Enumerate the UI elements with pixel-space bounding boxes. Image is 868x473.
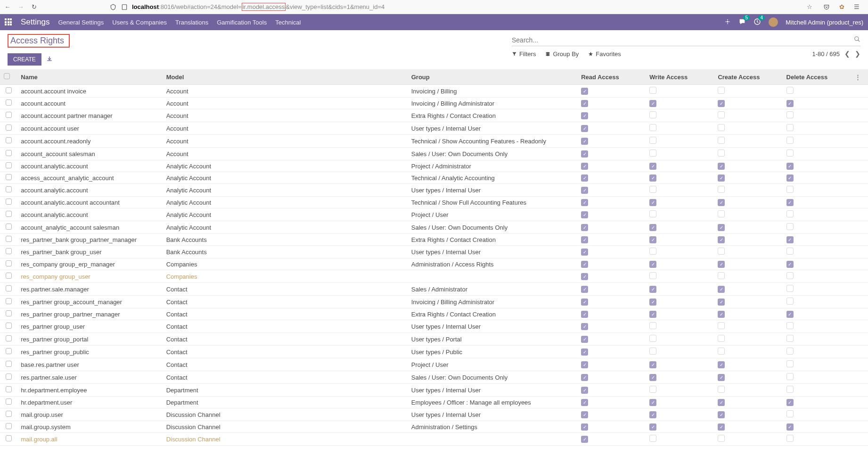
table-row[interactable]: res_partner group_partner_manager Contac… [0,308,868,320]
access-checkbox[interactable] [718,335,725,342]
row-checkbox[interactable] [6,323,12,329]
access-checkbox[interactable] [649,335,656,342]
access-checkbox[interactable]: ✓ [581,423,588,431]
access-checkbox[interactable]: ✓ [718,286,725,293]
access-checkbox[interactable]: ✓ [581,286,588,293]
row-checkbox[interactable] [6,398,12,405]
access-checkbox[interactable] [786,149,794,157]
access-checkbox[interactable] [786,386,794,393]
pocket-icon[interactable] [823,3,830,11]
access-checkbox[interactable]: ✓ [649,299,656,306]
access-checkbox[interactable] [718,87,725,94]
access-checkbox[interactable] [786,248,794,255]
row-checkbox[interactable] [6,186,12,192]
access-checkbox[interactable]: ✓ [718,163,725,170]
access-checkbox[interactable]: ✓ [786,236,794,243]
table-row[interactable]: account.analytic.account Analytic Accoun… [0,160,868,172]
messages-icon[interactable]: 5 [738,18,746,27]
header-name[interactable]: Name [17,69,162,85]
row-checkbox[interactable] [6,285,12,291]
access-checkbox[interactable]: ✓ [649,311,656,318]
access-checkbox[interactable]: ✓ [581,100,588,107]
search-input[interactable] [512,36,854,44]
row-checkbox[interactable] [6,100,12,106]
table-row[interactable]: account.analytic.account Analytic Accoun… [0,184,868,197]
pager-next[interactable]: ❯ [855,50,860,58]
row-checkbox[interactable] [6,386,12,392]
access-checkbox[interactable] [786,272,794,279]
access-checkbox[interactable]: ✓ [649,100,656,107]
access-checkbox[interactable] [649,111,656,118]
back-icon[interactable]: ← [4,3,11,11]
access-checkbox[interactable]: ✓ [581,349,588,356]
access-checkbox[interactable] [718,149,725,157]
user-menu[interactable]: Mitchell Admin (product_res) [786,19,863,26]
table-row[interactable]: mail.group.system Discussion Channel Adm… [0,421,868,433]
access-checkbox[interactable]: ✓ [581,399,588,406]
access-checkbox[interactable] [649,435,656,442]
row-checkbox[interactable] [6,162,12,168]
access-checkbox[interactable]: ✓ [718,236,725,243]
access-checkbox[interactable]: ✓ [581,311,588,318]
table-row[interactable]: account.account user Account User types … [0,122,868,135]
access-checkbox[interactable]: ✓ [581,387,588,394]
url-bar[interactable]: localhost:8016/web#action=24&model=ir.mo… [43,3,800,11]
table-row[interactable]: mail.group.all Discussion Channel ✓ [0,433,868,446]
access-checkbox[interactable] [649,248,656,255]
access-checkbox[interactable] [786,348,794,355]
access-checkbox[interactable]: ✓ [581,224,588,231]
access-checkbox[interactable] [786,137,794,144]
access-checkbox[interactable] [718,248,725,255]
table-row[interactable]: account.account.readonly Account Technic… [0,135,868,148]
debug-icon[interactable] [724,18,731,26]
row-checkbox[interactable] [6,348,12,354]
access-checkbox[interactable]: ✓ [581,211,588,218]
menu-general-settings[interactable]: General Settings [58,19,104,26]
table-row[interactable]: res_company group_user Companies ✓ [0,270,868,283]
pager-prev[interactable]: ❮ [844,50,850,58]
access-checkbox[interactable]: ✓ [581,323,588,330]
access-checkbox[interactable] [786,223,794,230]
access-checkbox[interactable]: ✓ [649,361,656,368]
row-checkbox[interactable] [6,174,12,180]
access-checkbox[interactable]: ✓ [786,174,794,182]
apps-icon[interactable] [5,18,12,26]
access-checkbox[interactable]: ✓ [581,163,588,170]
access-checkbox[interactable] [649,87,656,94]
access-checkbox[interactable] [718,435,725,442]
access-checkbox[interactable]: ✓ [649,399,656,406]
access-checkbox[interactable] [649,348,656,355]
table-row[interactable]: account.analytic.account Analytic Accoun… [0,208,868,221]
shield-icon[interactable] [109,3,117,11]
row-checkbox[interactable] [6,248,12,254]
table-row[interactable]: account_account salesman Account Sales /… [0,148,868,160]
access-checkbox[interactable]: ✓ [786,163,794,170]
access-checkbox[interactable]: ✓ [581,88,588,95]
access-checkbox[interactable]: ✓ [649,286,656,293]
table-row[interactable]: res_partner group_public Contact User ty… [0,346,868,358]
access-checkbox[interactable]: ✓ [649,374,656,381]
access-checkbox[interactable]: ✓ [581,336,588,343]
header-model[interactable]: Model [163,69,408,85]
access-checkbox[interactable]: ✓ [786,399,794,406]
access-checkbox[interactable] [649,386,656,393]
table-row[interactable]: res_partner_bank group_partner_manager B… [0,234,868,246]
access-checkbox[interactable]: ✓ [718,374,725,381]
access-checkbox[interactable] [718,137,725,144]
access-checkbox[interactable]: ✓ [718,261,725,268]
row-checkbox[interactable] [6,423,12,429]
access-checkbox[interactable]: ✓ [581,187,588,194]
access-checkbox[interactable] [786,298,794,305]
table-row[interactable]: account.account Account Invoicing / Bill… [0,98,868,109]
access-checkbox[interactable] [786,335,794,342]
row-checkbox[interactable] [6,124,12,131]
favorites-button[interactable]: Favorites [588,50,621,58]
access-checkbox[interactable]: ✓ [581,138,588,145]
row-checkbox[interactable] [6,435,12,441]
access-checkbox[interactable]: ✓ [581,411,588,418]
access-checkbox[interactable]: ✓ [581,112,588,119]
access-checkbox[interactable] [649,149,656,157]
access-checkbox[interactable]: ✓ [786,100,794,107]
access-checkbox[interactable] [786,111,794,118]
access-checkbox[interactable]: ✓ [718,174,725,182]
